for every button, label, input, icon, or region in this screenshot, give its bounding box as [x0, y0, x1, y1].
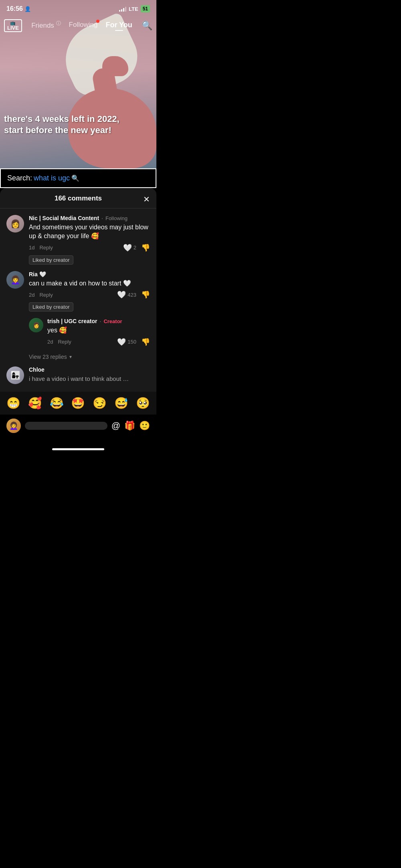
- dislike-icon-2[interactable]: 👎: [141, 290, 150, 299]
- search-query: what is ugc: [34, 174, 70, 182]
- signal-bars: [119, 6, 126, 12]
- like-count-2: 423: [128, 292, 136, 298]
- info-icon: ⓘ: [56, 20, 61, 26]
- emoji-bar: 😁 🥰 😂 🤩 😏 😅 🥺: [0, 392, 156, 415]
- reply-button-trish[interactable]: Reply: [58, 339, 71, 345]
- search-inline-icon: 🔍: [71, 174, 79, 182]
- comments-header: 166 comments ✕: [0, 194, 156, 208]
- emoji-picker-icon[interactable]: 🙂: [139, 421, 150, 431]
- comment-likes-trish: 🤍 150 👎: [117, 338, 150, 346]
- emoji-love[interactable]: 🥰: [28, 397, 42, 410]
- comment-item-chloe: 👩‍👧 Chloe i have a video i want to think…: [0, 366, 156, 392]
- reply-item-trish: 👩 trish | UGC creator · Creator yes 🥰 2d…: [22, 318, 156, 353]
- like-icon-2[interactable]: 🤍: [117, 290, 126, 299]
- at-icon[interactable]: @: [111, 421, 120, 431]
- search-label: Search:: [7, 174, 32, 182]
- reply-button-2[interactable]: Reply: [39, 292, 53, 298]
- avatar-ria: 👩‍🦱: [6, 271, 24, 289]
- comment-content-trish: trish | UGC creator · Creator yes 🥰 2d R…: [47, 318, 150, 348]
- tab-following[interactable]: Following: [69, 21, 98, 30]
- reply-button-1[interactable]: Reply: [39, 245, 53, 251]
- comment-time-1: 1d: [29, 245, 34, 251]
- comment-time-2: 2d: [29, 292, 34, 298]
- comment-row-chloe: 👩‍👧 Chloe i have a video i want to think…: [6, 366, 150, 385]
- comment-content-chloe: Chloe i have a video i want to think abo…: [29, 366, 150, 385]
- comment-likes-1: 🤍 2 👎: [123, 243, 150, 252]
- view-replies-label: View 23 replies: [29, 354, 67, 360]
- comment-item-2: 👩‍🦱 Ria 🤍 can u make a vid on how to sta…: [0, 271, 156, 318]
- chevron-down-icon: ▾: [69, 354, 72, 360]
- signal-bar-4: [125, 7, 126, 12]
- comment-row-2: 👩‍🦱 Ria 🤍 can u make a vid on how to sta…: [6, 271, 150, 312]
- search-bar-container[interactable]: Search: what is ugc 🔍: [0, 168, 156, 188]
- like-icon-1[interactable]: 🤍: [123, 243, 132, 252]
- signal-bar-1: [119, 10, 120, 12]
- emoji-grin[interactable]: 😁: [6, 397, 20, 410]
- notification-dot: [96, 20, 99, 23]
- like-count-trish: 150: [128, 339, 136, 345]
- dislike-icon-trish[interactable]: 👎: [141, 338, 150, 346]
- live-label: LIVE: [7, 25, 19, 30]
- live-button[interactable]: 📺 LIVE: [4, 19, 22, 32]
- dislike-icon-1[interactable]: 👎: [141, 243, 150, 252]
- liked-by-creator-1: Liked by creator: [29, 255, 73, 265]
- emoji-sweat[interactable]: 😅: [114, 397, 128, 410]
- home-bar: [52, 448, 104, 450]
- comment-header-trish: trish | UGC creator · Creator: [47, 318, 150, 324]
- gift-icon[interactable]: 🎁: [124, 421, 135, 431]
- status-right: LTE 51: [119, 5, 150, 12]
- comment-text-chloe: i have a video i want to think about it …: [29, 374, 129, 383]
- comment-time-trish: 2d: [47, 339, 53, 345]
- emoji-pleading[interactable]: 🥺: [136, 397, 150, 410]
- home-indicator: [0, 443, 156, 456]
- comment-username-chloe: Chloe: [29, 366, 45, 373]
- nav-tabs: Friends ⓘ Following For You: [26, 20, 138, 31]
- reply-row-trish: 👩 trish | UGC creator · Creator yes 🥰 2d…: [29, 318, 150, 348]
- comments-count: 166 comments: [6, 194, 150, 202]
- liked-by-creator-2: Liked by creator: [29, 302, 73, 312]
- lte-label: LTE: [129, 6, 138, 12]
- comment-actions-trish: 2d Reply 🤍 150 👎: [47, 338, 150, 346]
- emoji-wow[interactable]: 🤩: [71, 397, 85, 410]
- status-bar: 16:56 👤 LTE 51: [0, 0, 156, 18]
- comment-item-1: 👩 Nic | Social Media Content · Following…: [0, 215, 156, 271]
- comment-header-1: Nic | Social Media Content · Following: [29, 215, 150, 221]
- comment-actions-2: 2d Reply 🤍 423 👎: [29, 290, 150, 299]
- comment-text-1: And sometimes your videos may just blow …: [29, 223, 150, 241]
- comment-actions-1: 1d Reply 🤍 2 👎: [29, 243, 150, 252]
- comment-likes-2: 🤍 423 👎: [117, 290, 150, 299]
- comment-username-1: Nic | Social Media Content: [29, 215, 99, 221]
- comment-text-trish: yes 🥰: [47, 326, 150, 335]
- tab-for-you[interactable]: For You: [105, 21, 132, 31]
- close-comments-button[interactable]: ✕: [143, 194, 150, 204]
- video-caption-text: there's 4 weeks left in 2022, start befo…: [4, 113, 140, 136]
- user-avatar-input: 👩‍🦱: [6, 419, 21, 433]
- avatar-trish: 👩: [29, 318, 43, 332]
- time-display: 16:56: [6, 5, 23, 12]
- battery-indicator: 51: [141, 5, 150, 12]
- emoji-smirk[interactable]: 😏: [93, 397, 107, 410]
- comment-content-1: Nic | Social Media Content · Following A…: [29, 215, 150, 265]
- avatar-chloe: 👩‍👧: [6, 366, 24, 384]
- video-area: 📺 LIVE Friends ⓘ Following For You 🔍 the…: [0, 0, 156, 168]
- comment-input-bar: 👩‍🦱 @ 🎁 🙂: [0, 415, 156, 443]
- comments-divider: [0, 208, 156, 208]
- creator-badge: Creator: [103, 318, 122, 324]
- view-replies-button[interactable]: View 23 replies ▾: [22, 354, 156, 366]
- like-count-1: 2: [134, 245, 136, 251]
- signal-bar-3: [123, 8, 124, 12]
- search-bar: Search: what is ugc 🔍: [7, 174, 149, 182]
- tab-friends[interactable]: Friends ⓘ: [31, 20, 61, 31]
- add-comment-input[interactable]: [25, 422, 107, 430]
- comment-header-2: Ria 🤍: [29, 271, 150, 277]
- signal-bar-2: [121, 9, 122, 12]
- like-icon-trish[interactable]: 🤍: [117, 338, 126, 346]
- comment-username-2: Ria 🤍: [29, 271, 46, 277]
- avatar-nic: 👩: [6, 215, 24, 233]
- comment-following-1: Following: [105, 215, 128, 221]
- status-time: 16:56 👤: [6, 5, 31, 12]
- comment-content-2: Ria 🤍 can u make a vid on how to start 🤍…: [29, 271, 150, 312]
- video-caption-area: there's 4 weeks left in 2022, start befo…: [4, 113, 140, 136]
- emoji-laugh[interactable]: 😂: [50, 397, 64, 410]
- search-button[interactable]: 🔍: [142, 20, 152, 31]
